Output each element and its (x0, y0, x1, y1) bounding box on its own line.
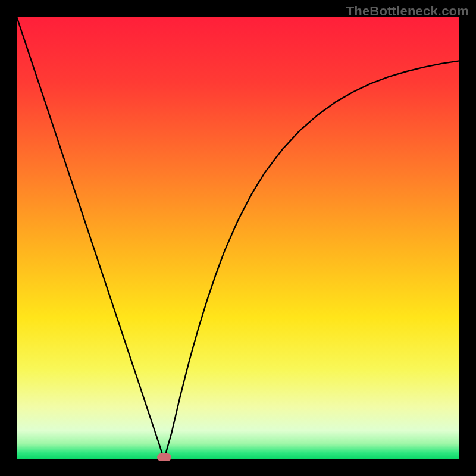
optimum-marker (157, 453, 171, 461)
chart-frame: TheBottleneck.com (0, 0, 476, 476)
gradient-background (17, 17, 459, 459)
bottleneck-chart (17, 17, 459, 459)
